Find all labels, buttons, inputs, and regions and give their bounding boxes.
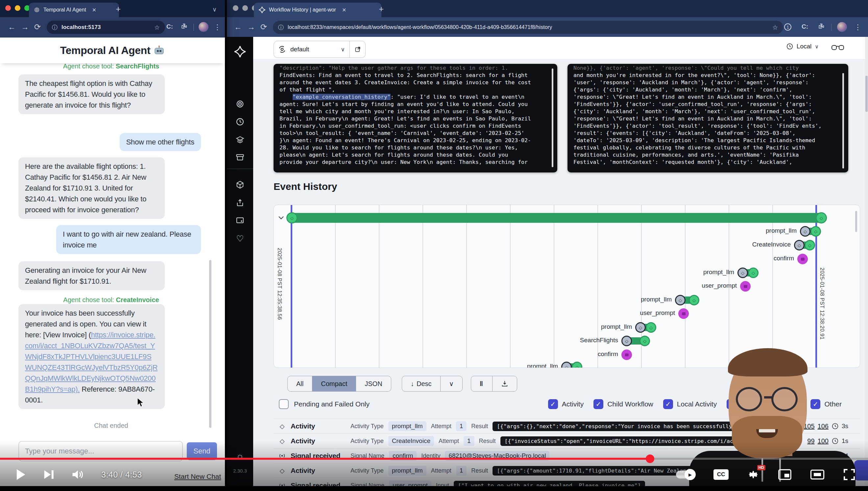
timeline-signal-marker[interactable] <box>678 308 689 319</box>
timeline-activity-marker[interactable]: ◇ <box>748 267 758 278</box>
close-tab-icon[interactable]: ✕ <box>92 7 96 13</box>
bookmark-star-icon[interactable]: ☆ <box>154 24 160 31</box>
pending-failed-checkbox[interactable] <box>279 399 289 409</box>
timeline-activity-marker[interactable]: ◇ <box>675 295 685 306</box>
scroll-fab-button[interactable] <box>854 460 868 481</box>
checkbox[interactable]: ✓ <box>593 399 603 409</box>
miniplayer-icon[interactable] <box>778 469 792 480</box>
timeline-activity-marker[interactable]: ◇ <box>810 226 821 237</box>
theme-sun-icon[interactable]: ☼ <box>227 451 253 461</box>
play-icon[interactable] <box>15 468 26 481</box>
address-bar[interactable]: ⓘ localhost:8233/namespaces/default/work… <box>273 21 783 34</box>
code-scrollbar[interactable] <box>552 68 553 167</box>
theater-mode-icon[interactable] <box>810 469 825 480</box>
timeline-scrollbar[interactable] <box>855 211 857 232</box>
task-queues-layers-icon[interactable] <box>227 135 253 144</box>
video-progress-bar[interactable] <box>0 458 868 460</box>
profile-avatar[interactable] <box>198 22 209 32</box>
tab-list-chevron-icon[interactable]: ∨ <box>212 6 217 13</box>
timeline-activity-marker[interactable]: ◇ <box>621 336 632 346</box>
extensions-puzzle-icon[interactable] <box>181 23 188 30</box>
import-monitor-icon[interactable] <box>227 216 253 225</box>
forward-icon[interactable]: → <box>21 22 29 32</box>
pause-events-button[interactable]: ‖ <box>471 376 493 391</box>
new-tab-icon[interactable]: + <box>379 5 384 13</box>
settings-gear-icon[interactable]: HD <box>747 468 760 481</box>
new-tab-icon[interactable]: + <box>116 5 121 13</box>
timezone-selector[interactable]: Local ∨ <box>786 43 819 50</box>
autoplay-toggle[interactable]: ▶ <box>676 470 695 479</box>
checkbox[interactable]: ✓ <box>663 399 673 409</box>
send-button[interactable]: Send <box>187 442 217 460</box>
timeline-activity-marker[interactable]: ◇ <box>640 336 650 346</box>
forward-icon[interactable]: → <box>247 22 255 32</box>
close-window-icon[interactable] <box>5 5 11 11</box>
minimize-window-icon[interactable] <box>15 5 20 11</box>
open-namespace-external-button[interactable] <box>349 41 365 58</box>
sort-desc-button[interactable]: ↓Desc <box>402 376 441 391</box>
page-scrollbar[interactable] <box>865 37 868 491</box>
namespaces-cube-icon[interactable] <box>227 180 253 190</box>
collapse-timeline-icon[interactable] <box>277 213 285 222</box>
sort-chevron-button[interactable]: ∨ <box>441 376 463 391</box>
window-controls[interactable] <box>5 5 30 11</box>
code-scrollbar[interactable] <box>842 73 844 169</box>
schedules-clock-icon[interactable] <box>227 117 253 126</box>
browser-menu-icon[interactable]: ⋮ <box>214 23 221 32</box>
labs-glasses-icon[interactable] <box>831 44 844 52</box>
extension-c-icon[interactable]: C: <box>802 23 808 30</box>
bookmark-star-icon[interactable]: ☆ <box>772 24 778 31</box>
view-compact-button[interactable]: Compact <box>312 376 356 391</box>
timeline-signal-marker[interactable] <box>740 281 751 292</box>
workflow-execution-bar[interactable] <box>291 213 822 223</box>
profile-avatar[interactable] <box>837 22 847 32</box>
minimize-window-icon[interactable] <box>242 5 248 11</box>
back-icon[interactable]: ← <box>234 22 242 32</box>
timeline-activity-marker[interactable]: ◇ <box>572 362 582 368</box>
namespace-selector[interactable]: default ∨ <box>274 41 366 58</box>
timeline-activity-marker[interactable]: ◇ <box>689 295 699 306</box>
extension-c-icon[interactable]: C: <box>166 23 173 30</box>
batch-archive-icon[interactable] <box>227 153 253 162</box>
download-events-button[interactable] <box>493 376 517 391</box>
tab-workflow-history[interactable]: Workflow History | agent-wor ✕ <box>254 3 381 17</box>
workflow-result-json-panel[interactable]: None}}, {'actor': 'agent', 'response': \… <box>567 64 848 172</box>
workflows-eye-icon[interactable] <box>227 99 253 109</box>
view-json-button[interactable]: JSON <box>356 376 391 391</box>
close-tab-icon[interactable]: ✕ <box>342 7 346 13</box>
workflow-start-marker[interactable]: ◇ <box>286 212 298 224</box>
page-scrollbar-thumb[interactable] <box>865 76 868 112</box>
pending-failed-filter[interactable]: Pending and Failed Only <box>279 397 370 411</box>
next-icon[interactable] <box>43 469 55 480</box>
checkbox[interactable]: ✓ <box>548 399 558 409</box>
share-upload-icon[interactable] <box>227 198 253 207</box>
timeline-activity-marker[interactable]: ◇ <box>800 226 810 237</box>
reload-icon[interactable]: ⟳ <box>34 22 41 32</box>
captions-button[interactable]: CC <box>713 469 728 480</box>
feedback-heart-icon[interactable]: ♡ <box>227 234 253 244</box>
timeline-signal-marker[interactable] <box>621 349 632 360</box>
filter-child-workflow[interactable]: ✓Child Workflow <box>593 399 653 409</box>
extensions-puzzle-icon[interactable] <box>818 23 825 30</box>
tab-temporal-ai-agent[interactable]: Temporal AI Agent ✕ <box>29 3 119 17</box>
timeline-signal-marker[interactable] <box>797 254 808 264</box>
timeline-activity-marker[interactable]: ◇ <box>646 322 656 333</box>
browser-menu-icon[interactable]: ⋮ <box>854 23 861 32</box>
close-window-icon[interactable] <box>233 5 238 11</box>
timeline-activity-marker[interactable]: ◇ <box>561 362 572 368</box>
timeline-activity-marker[interactable]: ◇ <box>738 267 748 278</box>
timeline-activity-marker[interactable]: ◇ <box>794 240 805 251</box>
fullscreen-icon[interactable] <box>843 468 856 481</box>
workflow-input-json-panel[interactable]: "description": "Help the user gather arg… <box>274 64 557 172</box>
workflow-end-marker[interactable]: ◇ <box>816 212 827 224</box>
start-new-chat-link[interactable]: Start New Chat <box>174 472 221 481</box>
site-info-icon[interactable]: ⓘ <box>52 24 58 31</box>
site-info-icon[interactable]: ⓘ <box>278 24 284 31</box>
video-scrubber-handle[interactable] <box>646 455 654 463</box>
chat-scrollbar-thumb[interactable] <box>209 260 211 428</box>
view-all-button[interactable]: All <box>288 376 312 391</box>
back-icon[interactable]: ← <box>8 22 16 32</box>
volume-icon[interactable] <box>72 469 84 480</box>
timeline-activity-marker[interactable]: ◇ <box>635 322 646 333</box>
temporal-logo-icon[interactable] <box>227 46 253 58</box>
